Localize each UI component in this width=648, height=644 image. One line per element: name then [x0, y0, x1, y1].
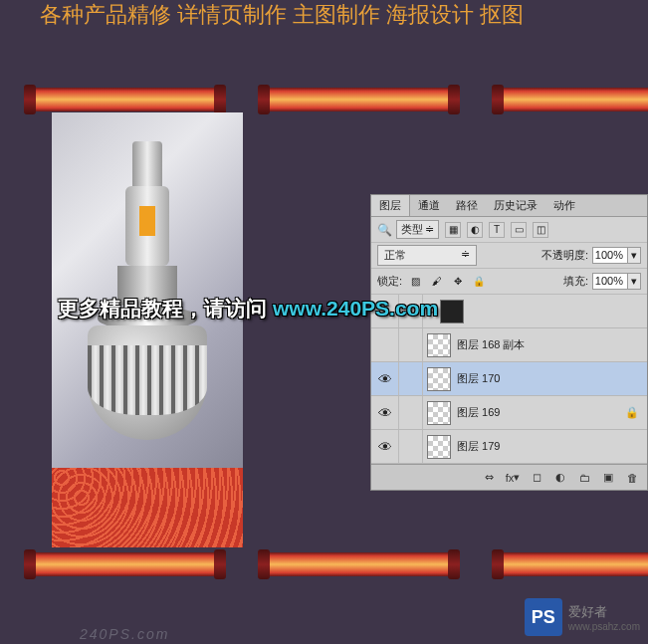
link-layers-icon[interactable]: ⇔ — [480, 470, 498, 486]
scroll-segment — [262, 88, 456, 111]
dropdown-icon: ≑ — [461, 248, 470, 263]
ps-logo: PS — [525, 598, 562, 636]
tab-actions[interactable]: 动作 — [545, 195, 583, 216]
filter-type-select[interactable]: 类型 ≑ — [396, 220, 439, 239]
fill-dropdown-icon[interactable]: ▾ — [628, 273, 641, 290]
layer-thumbnail[interactable] — [440, 300, 464, 323]
scroll-decoration-top — [28, 88, 648, 111]
fill-input[interactable]: 100% — [592, 273, 628, 290]
bottom-watermark: 240PS.com — [80, 626, 169, 642]
layer-row[interactable]: 👁 图层 179 — [371, 430, 647, 464]
layer-thumbnail[interactable] — [427, 333, 451, 357]
layer-thumbnail[interactable] — [427, 435, 451, 459]
layer-thumbnail[interactable] — [427, 367, 451, 391]
layer-name[interactable]: 图层 169 — [457, 405, 500, 420]
watermark-text: 爱好者 — [568, 603, 640, 621]
filter-type-icon[interactable]: T — [489, 222, 505, 238]
layer-name[interactable]: 图层 168 副本 — [457, 337, 525, 352]
layer-group-icon[interactable]: 🗀 — [575, 470, 593, 486]
visibility-toggle[interactable]: 👁 — [371, 396, 399, 429]
watermark-overlay: 更多精品教程，请访问 www.240PS.com — [58, 295, 438, 322]
tab-channels[interactable]: 通道 — [410, 195, 448, 216]
scroll-segment — [28, 552, 222, 576]
canvas-artwork[interactable] — [52, 112, 243, 547]
scroll-segment — [262, 552, 456, 576]
product-image — [52, 112, 243, 468]
overlay-text-2: www.240PS.com — [273, 297, 438, 321]
blend-mode-value: 正常 — [384, 248, 406, 263]
led-bulb-graphic — [78, 131, 217, 450]
opacity-dropdown-icon[interactable]: ▾ — [628, 247, 641, 264]
layers-panel: 图层 通道 路径 历史记录 动作 🔍 类型 ≑ ▦ ◐ T ▭ ◫ 正常 ≑ 不… — [370, 194, 648, 491]
layer-name[interactable]: 图层 179 — [457, 439, 500, 454]
tab-history[interactable]: 历史记录 — [486, 195, 545, 216]
search-icon[interactable]: 🔍 — [377, 223, 392, 237]
scroll-segment — [496, 552, 648, 576]
filter-shape-icon[interactable]: ▭ — [511, 222, 527, 238]
red-pattern-panel — [52, 468, 243, 547]
opacity-input[interactable]: 100% — [592, 247, 628, 264]
site-watermark: PS 爱好者 www.psahz.com — [525, 598, 640, 636]
layer-row[interactable]: 👁 图层 170 — [371, 362, 647, 396]
lock-indicator-icon: 🔒 — [625, 406, 639, 419]
layer-mask-icon[interactable]: ◻ — [528, 470, 545, 486]
watermark-url: www.psahz.com — [568, 621, 640, 632]
scroll-decoration-bottom — [28, 552, 648, 576]
visibility-toggle[interactable]: 👁 — [371, 362, 399, 395]
layer-indent — [399, 362, 423, 395]
filter-row: 🔍 类型 ≑ ▦ ◐ T ▭ ◫ — [371, 217, 647, 243]
layer-row[interactable]: 👁 图层 169 🔒 — [371, 396, 647, 430]
scroll-segment — [28, 88, 222, 111]
lock-all-icon[interactable]: 🔒 — [471, 274, 486, 289]
fill-label: 填充: — [563, 274, 588, 289]
filter-type-label: 类型 — [401, 222, 423, 237]
lock-transparent-icon[interactable]: ▨ — [408, 274, 423, 289]
layer-indent — [399, 430, 423, 463]
dropdown-icon: ≑ — [425, 223, 434, 236]
visibility-toggle[interactable] — [371, 328, 399, 361]
visibility-toggle[interactable]: 👁 — [371, 430, 399, 463]
layer-row[interactable]: 图层 168 副本 — [371, 328, 647, 362]
filter-smart-icon[interactable]: ◫ — [533, 222, 548, 238]
lock-label: 锁定: — [377, 274, 402, 289]
adjustment-layer-icon[interactable]: ◐ — [551, 470, 569, 486]
blend-row: 正常 ≑ 不透明度: 100% ▾ — [371, 243, 647, 269]
filter-adjustment-icon[interactable]: ◐ — [467, 222, 483, 238]
layer-thumbnail[interactable] — [427, 401, 451, 425]
lock-position-icon[interactable]: ✥ — [450, 274, 465, 289]
overlay-text-1: 更多精品教程，请访问 — [58, 295, 267, 322]
tab-layers[interactable]: 图层 — [371, 195, 410, 216]
panel-tabs: 图层 通道 路径 历史记录 动作 — [371, 195, 647, 217]
layer-fx-icon[interactable]: fx▾ — [504, 470, 522, 486]
filter-pixel-icon[interactable]: ▦ — [445, 222, 461, 238]
lock-row: 锁定: ▨ 🖌 ✥ 🔒 填充: 100% ▾ — [371, 269, 647, 295]
header-service-text: 各种产品精修 详情页制作 主图制作 海报设计 抠图 — [40, 0, 524, 30]
layer-indent — [399, 328, 423, 361]
opacity-label: 不透明度: — [541, 248, 588, 263]
layer-indent — [399, 396, 423, 429]
delete-layer-icon[interactable]: 🗑 — [623, 470, 641, 486]
scroll-segment — [496, 88, 648, 111]
tab-paths[interactable]: 路径 — [448, 195, 486, 216]
lock-image-icon[interactable]: 🖌 — [429, 274, 444, 289]
panel-footer: ⇔ fx▾ ◻ ◐ 🗀 ▣ 🗑 — [371, 464, 647, 490]
layer-name[interactable]: 图层 170 — [457, 371, 500, 386]
new-layer-icon[interactable]: ▣ — [599, 470, 617, 486]
blend-mode-select[interactable]: 正常 ≑ — [377, 245, 477, 266]
